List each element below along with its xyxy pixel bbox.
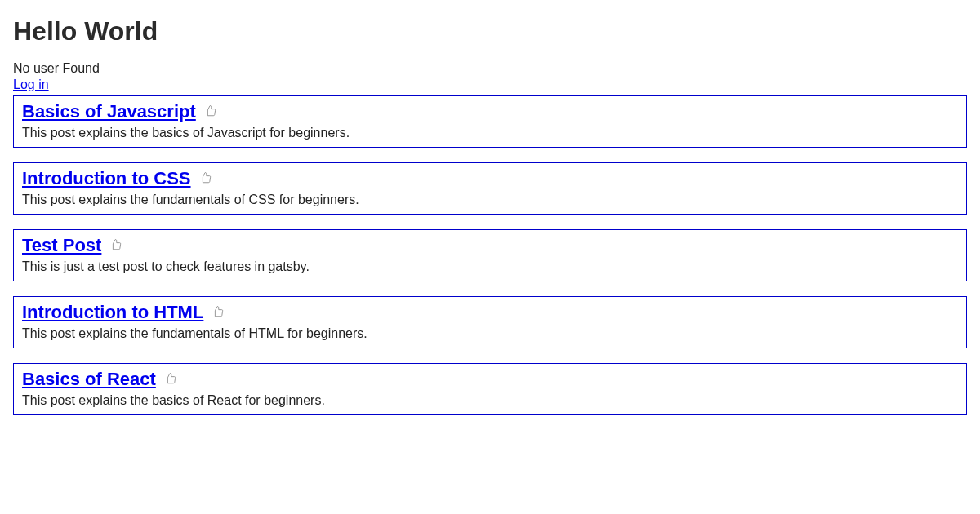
thumbs-up-icon[interactable] bbox=[204, 104, 216, 117]
post-card: Test Post This is just a test post to ch… bbox=[13, 229, 967, 281]
post-title-row: Introduction to HTML bbox=[22, 302, 958, 323]
post-title-row: Basics of React bbox=[22, 369, 958, 390]
post-title-link[interactable]: Introduction to CSS bbox=[22, 168, 191, 189]
no-user-text: No user Found bbox=[13, 61, 967, 76]
page-title: Hello World bbox=[13, 16, 967, 47]
post-card: Introduction to CSS This post explains t… bbox=[13, 162, 967, 215]
thumbs-up-icon[interactable] bbox=[164, 372, 176, 384]
post-title-link[interactable]: Basics of Javascript bbox=[22, 101, 196, 122]
login-link[interactable]: Log in bbox=[13, 78, 49, 92]
post-description: This post explains the basics of React f… bbox=[22, 393, 958, 408]
post-description: This post explains the fundamentals of H… bbox=[22, 326, 958, 341]
thumbs-up-button[interactable] bbox=[204, 104, 216, 120]
post-title-link[interactable]: Introduction to HTML bbox=[22, 302, 203, 323]
post-card: Basics of React This post explains the b… bbox=[13, 363, 967, 415]
thumbs-up-button[interactable] bbox=[212, 304, 224, 321]
post-title-link[interactable]: Test Post bbox=[22, 235, 101, 256]
thumbs-up-button[interactable] bbox=[164, 371, 176, 388]
post-description: This is just a test post to check featur… bbox=[22, 259, 958, 274]
post-title-row: Introduction to CSS bbox=[22, 168, 958, 189]
thumbs-up-icon[interactable] bbox=[109, 238, 122, 250]
post-card: Basics of Javascript This post explains … bbox=[13, 95, 967, 148]
thumbs-up-button[interactable] bbox=[109, 237, 122, 254]
thumbs-up-icon[interactable] bbox=[212, 305, 224, 317]
post-description: This post explains the basics of Javascr… bbox=[22, 126, 958, 140]
post-card: Introduction to HTML This post explains … bbox=[13, 296, 967, 348]
post-title-link[interactable]: Basics of React bbox=[22, 369, 156, 390]
thumbs-up-icon[interactable] bbox=[199, 171, 212, 184]
post-title-row: Basics of Javascript bbox=[22, 101, 958, 122]
post-description: This post explains the fundamentals of C… bbox=[22, 193, 958, 207]
thumbs-up-button[interactable] bbox=[199, 171, 212, 187]
post-title-row: Test Post bbox=[22, 235, 958, 256]
